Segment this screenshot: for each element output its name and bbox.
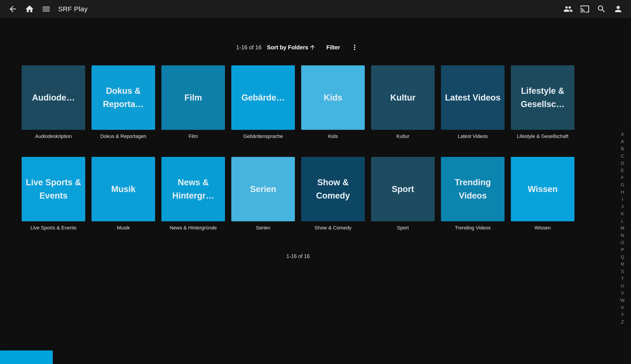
folder-tile[interactable]: Kids — [301, 65, 365, 130]
folder-caption[interactable]: Trending Videos — [441, 225, 504, 231]
home-button[interactable] — [21, 1, 38, 17]
library-card[interactable]: Show & ComedyShow & Comedy — [301, 157, 365, 231]
alpha-letter[interactable]: A — [618, 138, 627, 145]
folder-tile[interactable]: Trending Videos — [441, 157, 504, 221]
library-card[interactable]: Audiode…Audiodeskription — [22, 65, 85, 139]
alpha-letter[interactable]: T — [618, 275, 627, 282]
folder-tile[interactable]: Serien — [231, 157, 295, 221]
alpha-letter[interactable]: F — [618, 174, 627, 181]
syncplay-button[interactable] — [560, 1, 576, 17]
folder-caption[interactable]: Film — [162, 134, 225, 139]
alpha-letter[interactable]: J — [618, 203, 627, 210]
folder-tile[interactable]: Wissen — [511, 157, 574, 221]
library-card[interactable]: Latest VideosLatest Videos — [441, 65, 504, 139]
filter-label: Filter — [326, 44, 340, 51]
library-card[interactable]: Gebärde…Gebärdensprache — [231, 65, 295, 139]
folder-tile[interactable]: Sport — [371, 157, 435, 221]
alpha-letter[interactable]: M — [618, 224, 627, 232]
library-card[interactable]: Trending VideosTrending Videos — [441, 157, 504, 231]
folder-caption[interactable]: Serien — [231, 225, 295, 231]
menu-icon — [42, 4, 51, 14]
library-card[interactable]: SportSport — [371, 157, 435, 231]
library-card[interactable]: Live Sports & EventsLive Sports & Events — [22, 157, 85, 231]
library-card[interactable]: KidsKids — [301, 65, 365, 139]
folder-caption[interactable]: Live Sports & Events — [22, 225, 85, 231]
library-card[interactable]: MusikMusik — [92, 157, 155, 231]
library-card[interactable]: SerienSerien — [231, 157, 295, 231]
folder-caption[interactable]: Wissen — [511, 225, 574, 231]
library-card[interactable]: KulturKultur — [371, 65, 435, 139]
more-options-button[interactable] — [349, 42, 360, 53]
folder-caption[interactable]: Show & Comedy — [301, 225, 365, 231]
library-card[interactable]: FilmFilm — [162, 65, 225, 139]
alpha-letter[interactable]: O — [618, 239, 627, 246]
folder-tile[interactable]: Kultur — [371, 65, 435, 130]
library-card[interactable]: News & Hintergr…News & Hintergründe — [162, 157, 225, 231]
folder-caption[interactable]: Kids — [301, 134, 365, 139]
library-card[interactable]: WissenWissen — [511, 157, 574, 231]
alpha-letter[interactable]: S — [618, 268, 627, 275]
folder-tile-label: Lifestyle & Gesellsc… — [514, 84, 571, 111]
alpha-letter[interactable]: # — [618, 131, 627, 138]
folder-tile[interactable]: Audiode… — [22, 65, 85, 130]
folder-tile[interactable]: Show & Comedy — [301, 157, 365, 221]
folder-caption[interactable]: Latest Videos — [441, 134, 504, 139]
home-icon — [25, 4, 34, 14]
alpha-letter[interactable]: H — [618, 188, 627, 196]
alpha-letter[interactable]: W — [618, 296, 627, 304]
alpha-letter[interactable]: N — [618, 232, 627, 239]
alpha-letter[interactable]: Y — [618, 311, 627, 318]
alpha-letter[interactable]: Z — [618, 318, 627, 326]
folder-caption[interactable]: Gebärdensprache — [231, 134, 295, 139]
folder-caption[interactable]: Musik — [92, 225, 155, 231]
alpha-letter[interactable]: E — [618, 167, 627, 174]
back-button[interactable] — [4, 1, 21, 17]
alpha-letter[interactable]: D — [618, 160, 627, 167]
folder-tile-label: Audiode… — [32, 91, 75, 104]
folder-tile[interactable]: Musik — [92, 157, 155, 221]
folder-caption[interactable]: Kultur — [371, 134, 435, 139]
alpha-letter[interactable]: B — [618, 145, 627, 152]
sort-button[interactable]: Sort by Folders — [267, 44, 316, 51]
alpha-letter[interactable]: X — [618, 304, 627, 311]
filter-button[interactable]: Filter — [326, 44, 340, 51]
folder-tile-label: Gebärde… — [242, 91, 285, 104]
cast-button[interactable] — [576, 1, 593, 17]
item-count: 1-16 of 16 — [236, 44, 262, 51]
folder-tile[interactable]: Latest Videos — [441, 65, 504, 130]
folder-tile[interactable]: Dokus & Reporta… — [92, 65, 155, 130]
search-button[interactable] — [593, 1, 610, 17]
folder-tile-label: Latest Videos — [445, 91, 500, 104]
library-grid: Audiode…AudiodeskriptionDokus & Reporta…… — [22, 65, 574, 231]
folder-tile[interactable]: Live Sports & Events — [22, 157, 85, 221]
content-area: 1-16 of 16 Sort by Folders Filter Audiod… — [22, 18, 574, 260]
folder-tile[interactable]: Gebärde… — [231, 65, 295, 130]
alpha-letter[interactable]: G — [618, 181, 627, 188]
folder-caption[interactable]: Dokus & Reportagen — [92, 134, 155, 139]
alpha-letter[interactable]: C — [618, 152, 627, 160]
user-icon — [614, 4, 623, 14]
alpha-letter[interactable]: P — [618, 246, 627, 253]
folder-tile[interactable]: Lifestyle & Gesellsc… — [511, 65, 574, 130]
alpha-letter[interactable]: U — [618, 282, 627, 290]
user-button[interactable] — [610, 1, 626, 17]
folder-caption[interactable]: Audiodeskription — [22, 134, 85, 139]
alpha-letter[interactable]: R — [618, 260, 627, 268]
library-card[interactable]: Dokus & Reporta…Dokus & Reportagen — [92, 65, 155, 139]
folder-tile-label: Film — [184, 91, 202, 104]
folder-caption[interactable]: News & Hintergründe — [162, 225, 225, 231]
alpha-letter[interactable]: V — [618, 290, 627, 296]
menu-button[interactable] — [38, 1, 54, 17]
folder-caption[interactable]: Sport — [371, 225, 435, 231]
alpha-letter[interactable]: K — [618, 210, 627, 217]
folder-tile[interactable]: News & Hintergr… — [162, 157, 225, 221]
library-card[interactable]: Lifestyle & Gesellsc…Lifestyle & Gesells… — [511, 65, 574, 139]
alpha-letter[interactable]: I — [618, 196, 627, 203]
folder-tile-label: Kultur — [390, 91, 416, 104]
folder-tile-label: Show & Comedy — [304, 176, 362, 202]
folder-caption[interactable]: Lifestyle & Gesellschaft — [511, 134, 574, 139]
alpha-letter[interactable]: Q — [618, 253, 627, 260]
alpha-letter[interactable]: L — [618, 217, 627, 224]
folder-tile[interactable]: Film — [162, 65, 225, 130]
partial-tile[interactable] — [0, 350, 53, 364]
